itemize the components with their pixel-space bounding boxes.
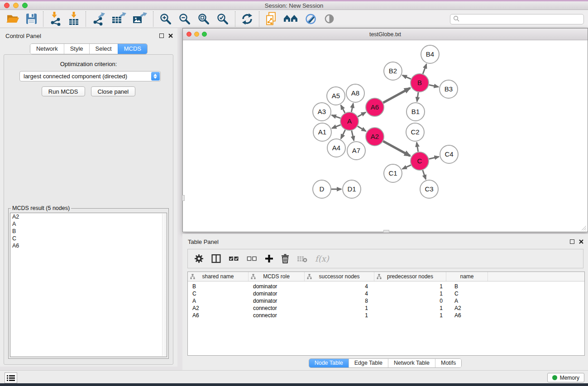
tab-motifs[interactable]: Motifs: [435, 359, 461, 367]
search-input[interactable]: [461, 16, 583, 23]
node-A8[interactable]: A8: [346, 84, 364, 102]
node-A3[interactable]: A3: [313, 103, 331, 121]
edge-C-C4[interactable]: [429, 157, 439, 159]
network-canvas[interactable]: B4B2BB3A5A8A6B1A3AC2A1A2A4A7C4CC1C3DD1: [183, 40, 588, 232]
node-A1[interactable]: A1: [313, 123, 331, 141]
column-header-successor-nodes[interactable]: successor nodes: [305, 272, 374, 281]
export-table-icon[interactable]: [112, 12, 126, 26]
node-C2[interactable]: C2: [406, 123, 424, 141]
node-B4[interactable]: B4: [421, 45, 439, 63]
import-table-icon[interactable]: [68, 12, 80, 26]
table-row[interactable]: Adominator80A: [188, 297, 584, 305]
delete-table-icon[interactable]: [297, 255, 307, 262]
tab-style[interactable]: Style: [64, 44, 89, 54]
tab-select[interactable]: Select: [89, 44, 118, 54]
delete-columns-icon[interactable]: [281, 254, 289, 263]
result-item[interactable]: A2: [10, 213, 167, 220]
edge-A-A3[interactable]: [332, 115, 340, 118]
edge-C-C2[interactable]: [417, 143, 418, 152]
edge-C-C1[interactable]: [402, 165, 411, 169]
edge-A-A5[interactable]: [341, 105, 345, 113]
column-header-name[interactable]: name: [446, 272, 488, 281]
save-session-icon[interactable]: [26, 13, 37, 24]
import-network-icon[interactable]: [49, 12, 62, 26]
column-header-MCDS-role[interactable]: MCDS role: [249, 272, 305, 281]
node-B2[interactable]: B2: [384, 62, 402, 80]
node-D[interactable]: D: [313, 180, 331, 198]
node-table[interactable]: shared nameMCDS rolesuccessor nodesprede…: [187, 272, 585, 356]
edge-A-A4[interactable]: [341, 130, 345, 139]
edge-A6-B[interactable]: [383, 88, 410, 102]
zoom-in-icon[interactable]: [159, 13, 172, 25]
node-B1[interactable]: B1: [406, 103, 425, 121]
table-header-row[interactable]: shared nameMCDS rolesuccessor nodesprede…: [188, 272, 584, 281]
result-item[interactable]: A6: [10, 242, 167, 249]
zoom-out-icon[interactable]: [178, 13, 191, 25]
edge-A-A2[interactable]: [358, 126, 366, 131]
node-C3[interactable]: C3: [420, 180, 438, 198]
splitter-handle[interactable]: [383, 230, 389, 233]
edge-A2-C[interactable]: [383, 141, 410, 156]
node-C4[interactable]: C4: [440, 145, 458, 163]
table-row[interactable]: Cdominator41C: [188, 290, 584, 297]
export-image-icon[interactable]: [133, 12, 147, 26]
zoom-selected-icon[interactable]: [216, 13, 229, 25]
node-A[interactable]: A: [340, 112, 359, 130]
node-B[interactable]: B: [411, 74, 429, 92]
tab-mcds[interactable]: MCDS: [118, 44, 147, 54]
column-header-shared-name[interactable]: shared name: [188, 272, 249, 281]
edge-A-A8[interactable]: [351, 104, 353, 112]
table-mode-gear-icon[interactable]: [194, 254, 204, 263]
edge-B-B2[interactable]: [402, 75, 411, 79]
open-session-icon[interactable]: [6, 13, 19, 24]
node-B3[interactable]: B3: [440, 80, 458, 98]
column-header-predecessor-nodes[interactable]: predecessor nodes: [374, 272, 446, 281]
result-item[interactable]: A: [10, 220, 167, 228]
close-panel-button[interactable]: Close panel: [91, 86, 136, 96]
resize-grip-icon[interactable]: [581, 225, 587, 231]
first-neighbors-icon[interactable]: [283, 14, 298, 24]
node-A6[interactable]: A6: [366, 98, 384, 116]
show-graphics-details-icon[interactable]: [324, 13, 335, 24]
node-C1[interactable]: C1: [384, 164, 402, 182]
edge-B-B4[interactable]: [423, 64, 426, 74]
table-row[interactable]: A6connector11A6: [188, 312, 584, 319]
result-list-scrollbar[interactable]: [162, 214, 166, 356]
hide-selected-icon[interactable]: [305, 13, 317, 25]
tab-network[interactable]: Network: [30, 44, 64, 54]
tab-edge-table[interactable]: Edge Table: [349, 359, 388, 367]
close-panel-icon[interactable]: [579, 238, 583, 246]
edge-B-B1[interactable]: [417, 92, 418, 101]
clone-network-icon[interactable]: [265, 12, 277, 26]
edge-A-A7[interactable]: [352, 130, 354, 140]
zoom-fit-icon[interactable]: [197, 13, 210, 25]
tab-node-table[interactable]: Node Table: [309, 359, 349, 367]
network-window-titlebar[interactable]: testGlobe.txt: [183, 29, 588, 40]
memory-button[interactable]: Memory: [547, 373, 584, 382]
show-columns-icon[interactable]: [211, 254, 221, 263]
result-item[interactable]: B: [10, 228, 167, 235]
edge-C-C3[interactable]: [423, 170, 426, 179]
node-C[interactable]: C: [411, 152, 429, 170]
node-A7[interactable]: A7: [347, 142, 365, 160]
refresh-icon[interactable]: [241, 13, 253, 25]
criterion-dropdown[interactable]: largest connected component (directed): [19, 71, 161, 81]
run-mcds-button[interactable]: Run MCDS: [42, 86, 85, 96]
search-field[interactable]: [450, 14, 584, 24]
tab-network-table[interactable]: Network Table: [388, 359, 435, 367]
mcds-result-list[interactable]: A2ABCA6: [10, 213, 167, 357]
float-panel-icon[interactable]: [570, 239, 574, 244]
table-row[interactable]: Bdominator41B: [188, 283, 584, 290]
function-builder-icon[interactable]: f(x): [315, 254, 329, 263]
task-history-button[interactable]: [5, 372, 17, 383]
edge-B-B3[interactable]: [429, 85, 439, 87]
float-panel-icon[interactable]: [159, 33, 164, 38]
table-row[interactable]: A2connector11A2: [188, 305, 584, 312]
node-A2[interactable]: A2: [366, 128, 384, 146]
export-network-icon[interactable]: [92, 12, 105, 26]
node-D1[interactable]: D1: [343, 180, 361, 198]
edge-A-A6[interactable]: [358, 112, 366, 117]
splitter-handle[interactable]: [182, 195, 185, 201]
select-all-icon[interactable]: [229, 255, 239, 262]
deselect-all-icon[interactable]: [247, 255, 257, 262]
